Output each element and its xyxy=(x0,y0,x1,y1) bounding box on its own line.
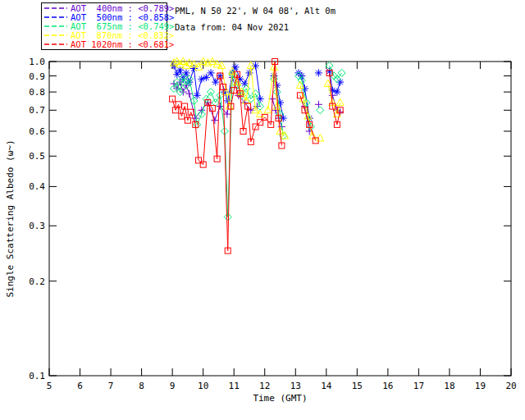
x-tick-label: 5 xyxy=(47,381,52,391)
x-tick-label: 15 xyxy=(352,381,363,391)
legend-box: AOT 400nm : <0.789>AOT 500nm : <0.858>AO… xyxy=(41,2,167,50)
x-tick-label: 13 xyxy=(290,381,301,391)
y-axis: 0.10.20.30.40.50.60.70.80.91.0 xyxy=(29,57,511,381)
y-tick-label: 0.2 xyxy=(29,276,45,287)
x-tick-label: 8 xyxy=(139,381,144,391)
x-tick-label: 11 xyxy=(229,381,240,391)
y-tick-label: 0.4 xyxy=(29,181,45,192)
y-tick-label: 0.5 xyxy=(29,151,45,162)
x-tick-label: 12 xyxy=(259,381,270,391)
x-tick-label: 17 xyxy=(413,381,424,391)
series-aot-1020nm xyxy=(170,59,344,254)
legend-entry: AOT 400nm : <0.789> xyxy=(43,4,165,13)
y-tick-label: 0.6 xyxy=(29,126,45,137)
x-tick-label: 18 xyxy=(444,381,454,391)
y-tick-label: 1.0 xyxy=(29,57,45,67)
dashed-line-swatch xyxy=(43,22,68,30)
legend-label: AOT 500nm : <0.858> xyxy=(71,13,174,21)
y-tick-label: 0.3 xyxy=(29,221,45,231)
legend-entry: AOT 1020nm : <0.681> xyxy=(43,39,165,48)
dashed-line-swatch xyxy=(43,4,68,12)
y-tick-label: 0.8 xyxy=(29,87,45,98)
legend-label: AOT 1020nm : <0.681> xyxy=(71,40,174,48)
x-tick-label: 9 xyxy=(170,381,176,391)
legend-label: AOT 400nm : <0.789> xyxy=(71,4,174,12)
site-title: PML, N 50 22', W 04 08', Alt 0m xyxy=(175,6,336,16)
x-axis-title: Time (GMT) xyxy=(253,393,307,404)
x-tick-label: 20 xyxy=(505,381,516,391)
dashed-line-swatch xyxy=(43,31,68,39)
legend-entry: AOT 870nm : <0.832> xyxy=(43,30,165,39)
x-tick-label: 6 xyxy=(77,381,83,391)
x-tick-label: 10 xyxy=(198,381,208,391)
y-axis-title: Single Scattering Albedo (ω~) xyxy=(5,139,16,297)
x-tick-label: 19 xyxy=(475,381,486,391)
ssa-plot-page: 5678910111213141516171819200.10.20.30.40… xyxy=(0,0,525,420)
legend-entry: AOT 675nm : <0.749> xyxy=(43,22,165,31)
x-tick-label: 7 xyxy=(108,381,114,391)
dashed-line-swatch xyxy=(43,40,68,48)
legend-label: AOT 675nm : <0.749> xyxy=(71,22,174,30)
y-tick-label: 0.9 xyxy=(29,71,45,82)
dashed-line-swatch xyxy=(43,13,68,21)
x-tick-label: 14 xyxy=(321,381,332,391)
legend-label: AOT 870nm : <0.832> xyxy=(71,31,174,39)
axes: 5678910111213141516171819200.10.20.30.40… xyxy=(5,57,517,404)
data-date-line: Data from: 04 Nov 2021 xyxy=(175,22,289,32)
y-tick-label: 0.1 xyxy=(29,371,45,381)
x-tick-label: 16 xyxy=(382,381,393,391)
y-tick-label: 0.7 xyxy=(29,105,45,116)
ssa-chart: 5678910111213141516171819200.10.20.30.40… xyxy=(0,0,525,420)
legend-entry: AOT 500nm : <0.858> xyxy=(43,13,165,22)
